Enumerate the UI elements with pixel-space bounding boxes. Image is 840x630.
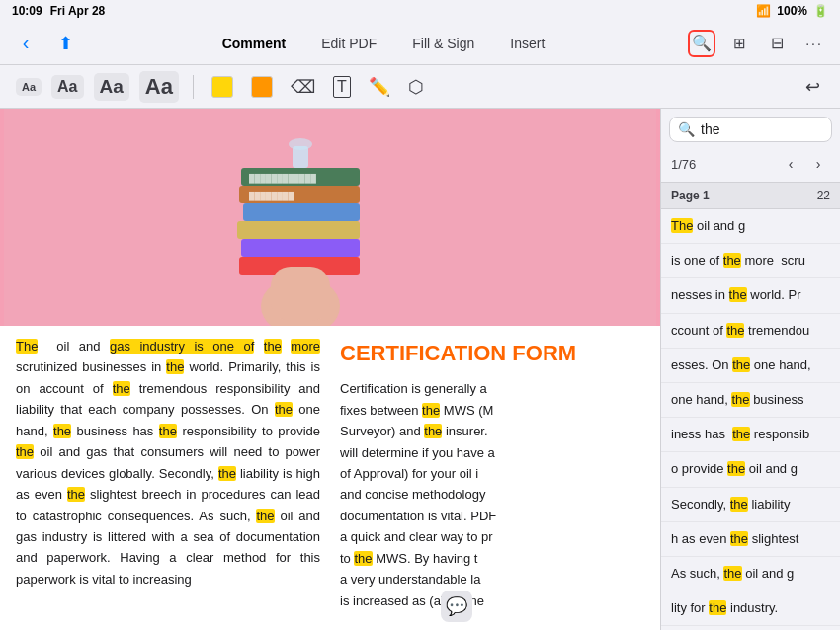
tab-insert[interactable]: Insert [504, 32, 550, 55]
more-options-button[interactable]: ··· [800, 30, 828, 57]
annotation-toolbar: Aa Aa Aa Aa ⌫ T ✏️ ⬡ ↩ [0, 65, 840, 109]
search-result-2[interactable]: nesses in the world. Pr [661, 278, 840, 313]
search-result-1[interactable]: is one of the more scru [661, 244, 840, 278]
highlight-the-11: the [256, 509, 274, 523]
svg-rect-8 [271, 267, 330, 321]
back-button[interactable]: ‹ [12, 30, 40, 57]
search-result-5[interactable]: one hand, the business [661, 383, 840, 418]
search-result-7[interactable]: o provide the oil and g [661, 452, 840, 487]
result-highlight-5: the [731, 392, 749, 407]
highlight-the-6: the [53, 424, 71, 438]
highlight-the-5: the [275, 402, 293, 417]
result-highlight-11: the [709, 600, 726, 615]
share-button[interactable]: ⬆ [51, 30, 79, 57]
result-highlight-2: the [729, 287, 747, 302]
right-text-column: CERTIFICATION FORM Certification is gene… [340, 336, 644, 620]
result-highlight-7: the [727, 461, 745, 476]
pdf-page: ████████████ ████████ The oil and gas in… [0, 109, 660, 630]
highlight-the-r2: the [424, 424, 442, 438]
svg-rect-5 [241, 239, 360, 257]
grid-view-button[interactable]: ⊞ [725, 30, 753, 57]
highlight-the-3: the [166, 359, 184, 374]
grid-icon: ⊞ [733, 35, 746, 52]
search-input[interactable] [701, 121, 840, 137]
pdf-viewer[interactable]: ████████████ ████████ The oil and gas in… [0, 109, 660, 630]
page-thumbnail-button[interactable]: ⊟ [763, 30, 791, 57]
search-result-11[interactable]: lity for the industry. [661, 591, 840, 626]
thumbnail-icon: ⊟ [771, 34, 784, 52]
search-results-list[interactable]: The oil and g is one of the more scru ne… [661, 209, 840, 630]
wifi-icon: 📶 [756, 4, 771, 18]
search-result-0[interactable]: The oil and g [661, 209, 840, 244]
result-highlight-6: the [732, 427, 750, 441]
highlight-the-4: the [113, 381, 130, 396]
highlight-the-7: the [159, 424, 177, 438]
pdf-header-image: ████████████ ████████ [0, 109, 660, 326]
time-label: 10:09 [12, 4, 42, 18]
svg-text:████████████: ████████████ [249, 173, 316, 184]
search-panel: 🔍 ✕ 1/76 ‹ › Page 1 22 The oil and g is … [660, 109, 840, 630]
result-highlight-8: the [730, 497, 748, 512]
search-result-6[interactable]: iness has the responsib [661, 418, 840, 452]
highlight-the-2: the [264, 339, 282, 354]
lasso-button[interactable]: ⬡ [404, 72, 428, 102]
highlight-more: more [291, 339, 320, 354]
search-result-3[interactable]: ccount of the tremendou [661, 314, 840, 349]
floating-action-button[interactable]: 💬 [441, 591, 472, 622]
font-size-medium-button[interactable]: Aa [51, 75, 83, 99]
top-nav-bar: ‹ ⬆ Comment Edit PDF Fill & Sign Insert … [0, 22, 840, 65]
certification-title: CERTIFICATION FORM [340, 336, 644, 370]
highlight-the-8: the [16, 444, 34, 459]
font-size-xlarge-button[interactable]: Aa [139, 71, 179, 103]
highlight-orange-button[interactable] [247, 72, 277, 102]
search-navigation: 1/76 ‹ › [661, 150, 840, 183]
svg-text:████████: ████████ [249, 191, 294, 201]
search-prev-button[interactable]: ‹ [779, 152, 802, 176]
tab-fill-sign[interactable]: Fill & Sign [406, 32, 480, 55]
svg-rect-4 [237, 221, 360, 239]
result-highlight-1: the [723, 253, 741, 268]
highlight-the-r1: the [422, 403, 440, 418]
battery-label: 100% [777, 4, 807, 18]
pdf-text-content: The oil and gas industry is one of the m… [0, 326, 660, 630]
battery-icon: 🔋 [813, 4, 828, 18]
text-icon: T [333, 76, 351, 98]
date-label: Fri Apr 28 [50, 4, 106, 18]
search-page-header: Page 1 22 [661, 183, 840, 209]
font-size-small-button[interactable]: Aa [16, 78, 42, 96]
search-count-label: 1/76 [671, 157, 696, 172]
header-illustration: ████████████ ████████ [4, 109, 656, 326]
search-result-12[interactable]: s between the MWS (Mana [661, 626, 840, 630]
search-result-10[interactable]: As such, the oil and g [661, 557, 840, 591]
result-highlight-9: the [730, 531, 748, 546]
search-result-8[interactable]: Secondly, the liability [661, 488, 840, 522]
toolbar-separator-1 [193, 75, 194, 99]
left-text-column: The oil and gas industry is one of the m… [16, 336, 320, 620]
markup-button[interactable]: ✏️ [365, 72, 394, 102]
orange-highlight-icon [251, 76, 273, 98]
search-next-button[interactable]: › [806, 152, 830, 176]
svg-rect-3 [243, 203, 360, 221]
undo-button[interactable]: ↩ [801, 72, 824, 102]
undo-icon: ↩ [805, 76, 820, 98]
comment-icon: 💬 [446, 595, 467, 617]
search-result-9[interactable]: h as even the slightest [661, 522, 840, 557]
highlight-gas: gas industry is one of [110, 339, 254, 354]
markup-icon: ✏️ [369, 76, 390, 98]
tab-edit-pdf[interactable]: Edit PDF [315, 32, 382, 55]
search-result-4[interactable]: esses. On the one hand, [661, 349, 840, 383]
svg-point-10 [289, 138, 312, 150]
status-bar: 10:09 Fri Apr 28 📶 100% 🔋 [0, 0, 840, 22]
highlight-yellow-button[interactable] [208, 72, 237, 102]
text-tool-button[interactable]: T [329, 72, 355, 102]
ellipsis-icon: ··· [805, 36, 823, 51]
page-label: Page 1 [671, 189, 710, 202]
search-icon: 🔍 [692, 34, 712, 52]
eraser-button[interactable]: ⌫ [287, 72, 319, 102]
search-button[interactable]: 🔍 [688, 30, 715, 57]
result-highlight-10: the [723, 566, 741, 581]
font-size-large-button[interactable]: Aa [94, 73, 129, 101]
highlight-the-10: the [67, 487, 85, 502]
tab-comment[interactable]: Comment [216, 32, 293, 55]
yellow-highlight-icon [211, 76, 233, 98]
